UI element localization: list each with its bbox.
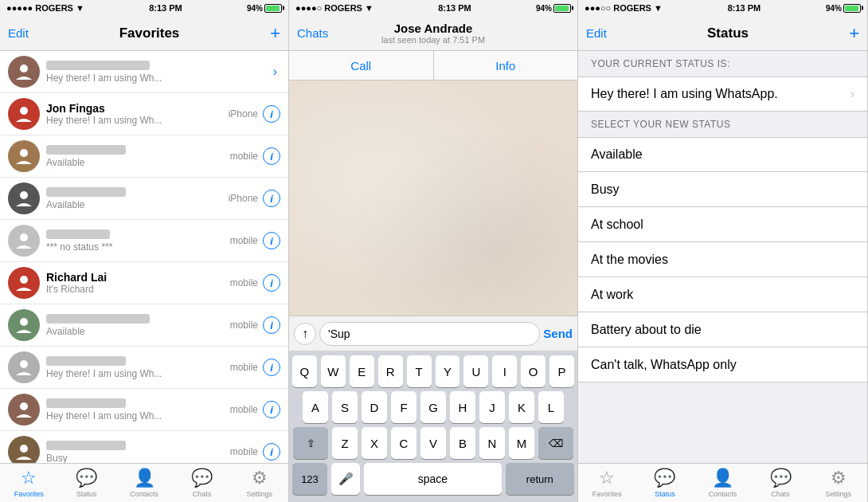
chat-messages[interactable] — [289, 80, 577, 316]
key-u[interactable]: U — [463, 355, 488, 387]
tab-contacts[interactable]: 👤 Contacts — [115, 468, 173, 498]
info-button[interactable]: i — [263, 232, 280, 249]
key-j[interactable]: J — [479, 391, 505, 423]
tab-3-contacts[interactable]: 👤 Contacts — [694, 468, 752, 498]
key-mic[interactable]: 🎤 — [331, 463, 360, 495]
current-status-header: YOUR CURRENT STATUS IS: — [578, 51, 867, 76]
status-option-at-work[interactable]: At work — [578, 277, 867, 312]
status-option-busy[interactable]: Busy — [578, 172, 867, 207]
send-button[interactable]: Send — [543, 327, 573, 340]
add-button-favorites[interactable]: + — [270, 23, 280, 44]
info-button[interactable]: i — [263, 105, 280, 123]
key-b[interactable]: B — [450, 427, 475, 459]
avatar — [8, 56, 40, 88]
key-r[interactable]: R — [378, 355, 403, 387]
list-item[interactable]: Hey there! I am using Wh... mobile i — [0, 347, 288, 389]
last-seen: last seen today at 7:51 PM — [381, 35, 485, 45]
info-button[interactable]: i — [263, 401, 280, 418]
info-button-chat[interactable]: Info — [434, 51, 578, 80]
tab-status[interactable]: 💬 Status — [57, 468, 115, 498]
key-g[interactable]: G — [420, 391, 446, 423]
contact-info: Hey there! I am using Wh... — [46, 398, 230, 422]
contact-name — [46, 60, 273, 73]
battery-1: 94% — [247, 4, 282, 13]
status-option-label: Battery about to die — [591, 323, 702, 337]
status-option-available[interactable]: Available — [578, 137, 867, 172]
list-item[interactable]: Available mobile i — [0, 304, 288, 347]
nav-bar-favorites: Edit Favorites + — [0, 16, 288, 51]
list-item[interactable]: Available mobile i — [0, 135, 288, 178]
key-l[interactable]: L — [538, 391, 564, 423]
list-item[interactable]: Jon Fingas Hey there! I am using Wh... i… — [0, 93, 288, 135]
tab-3-chats[interactable]: 💬 Chats — [752, 468, 810, 498]
status-option-at-school[interactable]: At school — [578, 207, 867, 242]
key-space[interactable]: space — [364, 463, 502, 495]
key-x[interactable]: X — [362, 427, 387, 459]
key-y[interactable]: Y — [436, 355, 460, 387]
key-k[interactable]: K — [509, 391, 534, 423]
list-item[interactable]: *** no status *** mobile i — [0, 220, 288, 262]
tab-settings[interactable]: ⚙ Settings — [231, 468, 288, 498]
call-button[interactable]: Call — [289, 51, 434, 80]
key-e[interactable]: E — [350, 355, 374, 387]
status-option-cant-talk[interactable]: Can't talk, WhatsApp only — [578, 347, 867, 382]
contact-name — [46, 398, 230, 410]
key-z[interactable]: Z — [332, 427, 358, 459]
avatar — [8, 140, 40, 172]
list-item[interactable]: Richard Lai It's Richard mobile i — [0, 262, 288, 304]
tab-chats[interactable]: 💬 Chats — [173, 468, 230, 498]
key-q[interactable]: Q — [292, 355, 317, 387]
contact-info: Busy — [46, 440, 230, 463]
favorites-list: Hey there! I am using Wh... › Jon Fingas… — [0, 51, 288, 463]
info-button[interactable]: i — [263, 443, 280, 461]
key-t[interactable]: T — [407, 355, 432, 387]
key-f[interactable]: F — [391, 391, 416, 423]
edit-button-favorites[interactable]: Edit — [8, 26, 29, 40]
key-backspace[interactable]: ⌫ — [538, 427, 573, 459]
info-button[interactable]: i — [263, 359, 280, 376]
chat-input-bar: ↑ Send — [289, 316, 577, 351]
svg-point-0 — [20, 65, 28, 73]
list-item[interactable]: Busy mobile i — [0, 431, 288, 463]
status-option-battery[interactable]: Battery about to die — [578, 312, 867, 347]
list-item[interactable]: Available iPhone i — [0, 178, 288, 220]
key-n[interactable]: N — [479, 427, 505, 459]
contact-status: Available — [46, 326, 230, 337]
list-item[interactable]: Hey there! I am using Wh... mobile i — [0, 389, 288, 431]
tab-3-favorites[interactable]: ☆ Favorites — [578, 468, 636, 498]
tab-favorites[interactable]: ☆ Favorites — [0, 468, 57, 498]
key-s[interactable]: S — [332, 391, 358, 423]
add-button-status[interactable]: + — [849, 23, 859, 44]
key-a[interactable]: A — [303, 391, 328, 423]
info-button[interactable]: i — [263, 316, 280, 334]
key-w[interactable]: W — [321, 355, 346, 387]
favorites-panel: ●●●●● ROGERS ▼ 8:13 PM 94% Edit Favorite… — [0, 0, 289, 502]
key-d[interactable]: D — [362, 391, 387, 423]
contact-status: It's Richard — [46, 284, 230, 295]
key-o[interactable]: O — [521, 355, 545, 387]
key-v[interactable]: V — [420, 427, 446, 459]
info-button[interactable]: i — [263, 147, 280, 165]
key-h[interactable]: H — [450, 391, 475, 423]
key-return[interactable]: return — [506, 463, 574, 495]
back-button[interactable]: Chats — [297, 26, 328, 40]
status-option-at-movies[interactable]: At the movies — [578, 242, 867, 277]
status-bar-2: ●●●●○ ROGERS ▼ 8:13 PM 94% — [289, 0, 577, 16]
tab-3-settings[interactable]: ⚙ Settings — [809, 468, 867, 498]
chat-action-bar: Call Info — [289, 51, 577, 80]
current-status-row[interactable]: Hey there! I am using WhatsApp. › — [578, 76, 867, 112]
key-i[interactable]: I — [492, 355, 517, 387]
info-button[interactable]: i — [263, 190, 280, 207]
chat-input[interactable] — [319, 322, 540, 346]
upload-button[interactable]: ↑ — [294, 323, 316, 345]
info-button[interactable]: i — [263, 274, 280, 292]
key-m[interactable]: M — [509, 427, 534, 459]
status-bar-3: ●●●○○ ROGERS ▼ 8:13 PM 94% — [578, 0, 867, 16]
list-item[interactable]: Hey there! I am using Wh... › — [0, 51, 288, 93]
key-c[interactable]: C — [391, 427, 416, 459]
tab-3-status[interactable]: 💬 Status — [636, 468, 694, 498]
key-123[interactable]: 123 — [292, 463, 327, 495]
edit-button-status[interactable]: Edit — [586, 26, 607, 40]
key-p[interactable]: P — [549, 355, 574, 387]
key-shift[interactable]: ⇧ — [293, 427, 328, 459]
